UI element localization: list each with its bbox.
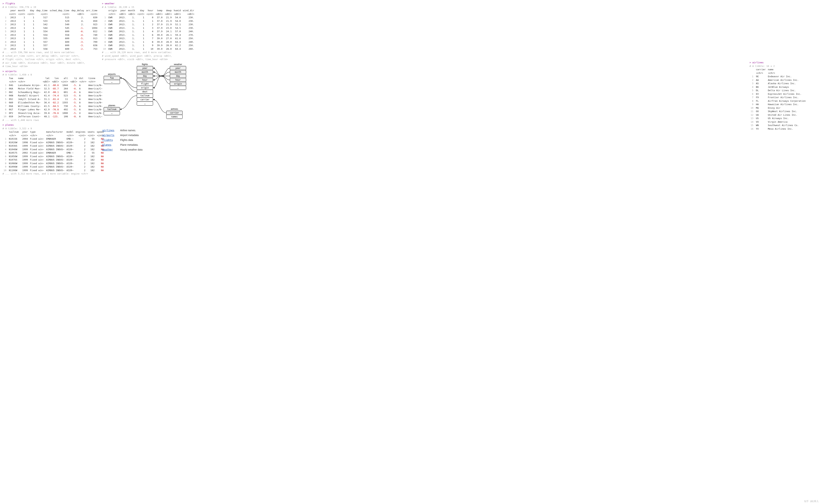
table-row: 6EVExpressJet Airlines Inc. <box>750 92 807 96</box>
svg-text:carrier: carrier <box>140 98 149 101</box>
entity-weather: weatheryearmonthdayhourorigin… <box>170 63 186 90</box>
flights-table: yearmonthdaydep_timesched_dep_timedep_de… <box>3 9 98 51</box>
table-row: 7201311555600-5.913 <box>3 37 98 40</box>
col-alt: alt <box>60 77 69 80</box>
svg-text:hour: hour <box>175 79 181 81</box>
dataset-row-airports: airports Airport metadata <box>102 133 148 137</box>
flights-dim: # A tibble: 336,776 x 19 <box>3 5 99 9</box>
table-row: 80G7Finger Lakes Re~42.9-76.8492-5.AAmer… <box>3 108 103 111</box>
col-name: name <box>17 77 41 80</box>
svg-text:origin: origin <box>174 83 182 85</box>
table-row: 19EEndeavor Air Inc. <box>750 75 807 78</box>
col-tailnum: tailnum <box>8 130 20 134</box>
weather-footer: # wind_speed <dbl>, wind_gust <dbl>, pre… <box>102 54 747 58</box>
table-row: 3N103US1999Fixed win~AIRBUS INDUS~A320~2… <box>3 144 105 148</box>
table-row: 1N101562004Fixed win~EMBRAEREMB-~255NA <box>3 137 105 141</box>
svg-text:day: day <box>143 75 147 77</box>
svg-text:hour: hour <box>142 79 148 81</box>
weather-table: originyearmonthdayhourtempdewphumidwind_… <box>102 9 195 51</box>
flights-footer: # flight <int>, tailnum <chr>, origin <c… <box>3 58 99 61</box>
col-arr_time: arr_time <box>85 9 99 12</box>
col-day: day <box>136 9 145 12</box>
desc-flights: Flights data <box>120 138 148 142</box>
svg-text:year: year <box>142 67 148 69</box>
table-row: 60A9Elizabethton Mu~36.4-82.21593-5.AAme… <box>3 101 103 104</box>
col-humid: humid <box>173 9 182 12</box>
weather-footer: # ... with 26,120 more rows, and 6 more … <box>102 51 747 54</box>
flights-footer: # sched_arr_time <int>, arr_delay <dbl>,… <box>3 54 99 58</box>
planes-tibble: > planes# A tibble: 3,322 x 9tailnumyear… <box>3 123 99 176</box>
col-year: year <box>20 130 29 134</box>
col-tz: tz <box>69 77 78 80</box>
svg-text:planes: planes <box>108 104 115 107</box>
flights-footer: # air_time <dbl>, distance <dbl>, hour <… <box>3 61 99 65</box>
table-row: 3ASAlaska Airlines Inc. <box>750 82 807 85</box>
col-engines: engines <box>75 130 87 134</box>
dataset-row-flights: flights Flights data <box>102 138 148 142</box>
col-model: model <box>65 130 75 134</box>
entity-planes: planestailnum… <box>104 104 120 115</box>
table-row: 10MQEnvoy Air <box>750 106 807 110</box>
col-temp: temp <box>154 9 163 12</box>
table-row: 70G6Williams County~41.5-84.5730-5.AAmer… <box>3 104 103 108</box>
col-seats: seats <box>87 130 96 134</box>
flights-footer: # time_hour <dttm> <box>3 65 99 68</box>
airports-footer: # ... with 1,448 more rows <box>3 118 99 122</box>
table-row: 4N104UW1999Fixed win~AIRBUS INDUS~A320~2… <box>3 148 105 151</box>
airports-table: faanamelatlonalttzdsttzone<chr><chr><dbl… <box>3 77 103 118</box>
planes-cmd: > planes <box>3 123 99 127</box>
desc-planes: Plane metadata. <box>120 143 148 147</box>
table-row: 4EWR2013.1.1337.923.054.5230. <box>102 26 195 30</box>
table-row: 7F9Frontier Airlines Inc. <box>750 96 807 99</box>
airports-cmd: > airports <box>3 70 99 73</box>
weather-cmd: > weather <box>102 2 747 5</box>
col-sched_dep_time: sched_dep_time <box>49 9 70 12</box>
table-row: 509JJekyll Island A~31.1-81.411-5.AAmeri… <box>3 97 103 101</box>
airlines-tibble: > airlines# A tibble: 16 x 2carriername<… <box>750 61 817 131</box>
weather-footer: # pressure <dbl>, visib <dbl>, time_hour… <box>102 58 747 61</box>
entity-airports: airportsfaa… <box>104 73 120 84</box>
table-row: 5201311554600-6.812 <box>3 30 98 33</box>
dataset-list: airlines Airline names. airports Airport… <box>102 128 148 152</box>
link-planes[interactable]: planes <box>102 143 111 146</box>
svg-text:flights: flights <box>142 63 148 66</box>
table-row: 406NRandall Airport41.4-74.4523-5.AAmeri… <box>3 94 103 97</box>
col-dep_delay: dep_delay <box>70 9 85 12</box>
flights-tibble: > flights# A tibble: 336,776 x 19yearmon… <box>3 2 99 68</box>
flights-footer: # ... with 336,766 more rows, and 12 mor… <box>3 51 99 54</box>
table-row: 9HAHawaiian Airlines Inc. <box>750 103 807 106</box>
col-year: year <box>118 9 127 12</box>
table-row: 10EWR2013.1.11039.028.064.4260. <box>102 47 195 51</box>
svg-text:carrier: carrier <box>170 112 179 114</box>
link-airports[interactable]: airports <box>102 134 114 137</box>
table-row: 4201311544545-1.1004 <box>3 26 98 30</box>
table-row: 206AMoton Field Mun~32.5-85.7264-6.AAmer… <box>3 87 103 90</box>
link-airlines[interactable]: airlines <box>102 129 114 132</box>
table-row: 2N102UW1998Fixed win~AIRBUS INDUS~A320~2… <box>3 141 105 144</box>
table-row: 16YVMesa Airlines Inc. <box>750 127 807 131</box>
col-dep_time: dep_time <box>35 9 49 12</box>
er-diagram: airportsfaa…planestailnum…flightsyearmon… <box>102 63 747 128</box>
airports-dim: # A tibble: 1,458 x 8 <box>3 73 99 77</box>
table-row: 11OOSkyWest Airlines Inc. <box>750 110 807 113</box>
col-carrier: carrier <box>755 68 767 71</box>
svg-text:tailnum: tailnum <box>107 108 116 110</box>
airlines-dim: # A tibble: 16 x 2 <box>750 64 817 68</box>
link-flights[interactable]: flights <box>102 139 113 141</box>
desc-weather: Hourly weather data <box>120 147 148 152</box>
table-row: 7N107US1999Fixed win~AIRBUS INDUS~A320~2… <box>3 158 105 162</box>
col-month: month <box>127 9 136 12</box>
airlines-table: carriername<chr><chr>19EEndeavor Air Inc… <box>750 68 807 131</box>
svg-text:airports: airports <box>108 73 116 75</box>
table-row: 12UAUnited Air Lines Inc. <box>750 113 807 117</box>
link-weather[interactable]: weather <box>102 148 113 151</box>
table-row: 9N109UW1999Fixed win~AIRBUS INDUS~A320~2… <box>3 165 105 169</box>
col-tzone: tzone <box>87 77 103 80</box>
svg-text:month: month <box>175 71 181 73</box>
table-row: 4B6JetBlue Airways <box>750 85 807 89</box>
svg-text:…: … <box>177 87 178 89</box>
table-row: 6201311554558-4.740 <box>3 33 98 37</box>
table-row: 5N105752002Fixed win~EMBRAEREMB-~255NA <box>3 151 105 155</box>
col-type: type <box>29 130 45 134</box>
table-row: 90P2Shoestring Avia~39.8-76.61000-5.UAme… <box>3 111 103 115</box>
